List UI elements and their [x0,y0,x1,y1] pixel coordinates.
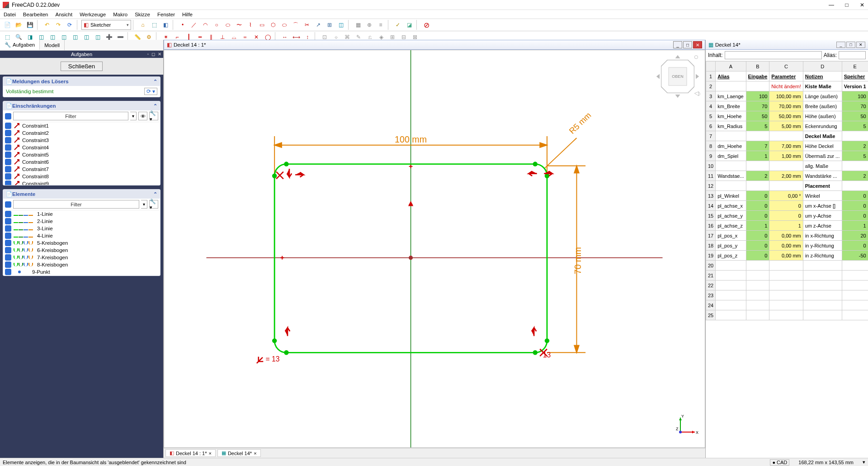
checkbox[interactable] [5,137,11,143]
win-close-icon[interactable]: ✕ [856,42,865,48]
sketch-point-icon[interactable]: • [177,19,188,30]
constraint-item[interactable]: Constraint9 [3,180,160,185]
panel-undock-icon[interactable]: ▫ [147,52,149,57]
win-minimize-icon[interactable]: _ [836,42,845,48]
menu-hilfe[interactable]: Hilfe [182,12,193,17]
close-button[interactable]: Schließen [61,62,103,71]
tool-icon[interactable]: ◧ [160,19,171,30]
constraint-item[interactable]: Constraint7 [3,166,160,173]
undo-icon[interactable]: ↶ [42,19,52,30]
constraints-header[interactable]: 📄 Einschränkungen [3,101,160,110]
settings-icon[interactable]: 🔧▾ [149,112,158,120]
tab-model[interactable]: Modell [40,40,65,50]
sketch-ellipse-icon[interactable]: ⬭ [222,19,233,30]
validate-icon[interactable]: ✓ [392,19,403,30]
constraint-item[interactable]: Constraint3 [3,137,160,144]
sketch-extgeo-icon[interactable]: ↗ [313,19,324,30]
win-maximize-icon[interactable]: □ [683,41,692,48]
sketch-construction-icon[interactable]: ◫ [335,19,346,30]
tool-icon[interactable]: ⬚ [149,19,160,30]
constraint-filter-input[interactable]: Filter [13,112,128,120]
new-file-icon[interactable]: 📄 [2,19,13,30]
window-maximize-icon[interactable]: □ [844,2,850,8]
element-item[interactable]: 6-Kreisbogen [3,247,160,254]
mdi-tab[interactable]: ▦Deckel 14* × [217,449,261,457]
elements-header[interactable]: 📄 Elemente [3,190,160,199]
order-icon[interactable]: ≡ [375,19,386,30]
element-item[interactable]: 5-Kreisbogen [3,239,160,247]
menu-ansicht[interactable]: Ansicht [55,12,72,17]
element-item[interactable]: 3-Linie [3,225,160,232]
redo-icon[interactable]: ↷ [53,19,64,30]
filter-enable-checkbox[interactable] [5,201,11,208]
checkbox[interactable] [5,166,11,172]
element-filter-input[interactable]: Filter [13,200,139,209]
spreadsheet-grid[interactable]: ABCDEV1AliasEingabeParameterNotizenSpeic… [706,61,868,458]
checkbox[interactable] [5,254,11,261]
checkbox[interactable] [5,262,11,268]
checkbox[interactable] [5,173,11,180]
visibility-icon[interactable]: 👁 [138,112,147,120]
element-item[interactable]: 8-Kreisbogen [3,261,160,268]
sketch-carbon-icon[interactable]: ⊞ [324,19,335,30]
stop-icon[interactable]: ⊘ [421,19,432,30]
content-input[interactable] [725,51,822,59]
solver-update-icon[interactable]: ⟳ ▾ [144,88,157,95]
sketch-polygon-icon[interactable]: ⬡ [268,19,278,30]
checkbox[interactable] [5,211,11,217]
constraint-item[interactable]: Constraint1 [3,122,160,129]
refresh-icon[interactable]: ⟳ [64,19,75,30]
win-close-icon[interactable]: ✕ [693,41,702,48]
navigation-cube[interactable]: OBEN [655,54,700,99]
checkbox[interactable] [5,218,11,224]
grid-icon[interactable]: ▦ [353,19,363,30]
checkbox[interactable] [5,152,11,158]
sketch-arc-icon[interactable]: ◠ [200,19,211,30]
alias-input[interactable] [839,51,866,59]
checkbox[interactable] [5,225,11,232]
checkbox[interactable] [5,233,11,239]
nav-style[interactable]: ● CAD [770,459,789,466]
sketch-fillet-icon[interactable]: ⌒ [290,19,301,30]
window-minimize-icon[interactable]: — [828,2,835,8]
menu-datei[interactable]: Datei [4,12,16,17]
mirror-icon[interactable]: ◪ [404,19,415,30]
3d-view-canvas[interactable]: 100 mm 70 mm R5 mm [164,50,705,448]
tab-close-icon[interactable]: × [208,451,211,456]
sketch-slot-icon[interactable]: ⬭ [279,19,290,30]
status-dropdown-icon[interactable]: ▾ [863,459,865,465]
checkbox[interactable] [5,247,11,253]
menu-bearbeiten[interactable]: Bearbeiten [23,12,48,17]
document-window-title[interactable]: ◧ Deckel 14 : 1* _ □ ✕ [164,40,705,50]
settings-icon[interactable]: 🔧▾ [149,200,158,209]
save-file-icon[interactable]: 💾 [24,19,35,30]
constraint-item[interactable]: Constraint4 [3,144,160,151]
constraint-item[interactable]: Constraint2 [3,129,160,137]
filter-enable-checkbox[interactable] [5,113,11,119]
checkbox[interactable] [5,123,11,129]
element-item[interactable]: 1-Linie [3,210,160,218]
menu-werkzeuge[interactable]: Werkzeuge [80,12,106,17]
sketch-line-icon[interactable]: ／ [189,19,199,30]
element-item[interactable]: 4-Linie [3,232,160,239]
checkbox[interactable] [5,181,11,185]
constraint-item[interactable]: Constraint6 [3,158,160,166]
menu-skizze[interactable]: Skizze [135,12,150,17]
menu-makro[interactable]: Makro [113,12,127,17]
menu-fenster[interactable]: Fenster [157,12,175,17]
tool-icon[interactable]: ⌂ [137,19,148,30]
checkbox[interactable] [5,159,11,165]
element-item[interactable]: 9-Punkt [3,268,160,276]
sketch-rect-icon[interactable]: ▭ [256,19,267,30]
tab-tasks[interactable]: 🔧 Aufgaben [0,40,40,50]
workbench-selector[interactable]: Sketcher [81,20,131,30]
snap-icon[interactable]: ⊕ [364,19,375,30]
filter-dropdown-icon[interactable]: ▾ [141,200,147,209]
panel-close-icon[interactable]: ✕ [158,52,161,57]
checkbox[interactable] [5,130,11,136]
checkbox[interactable] [5,269,11,275]
win-maximize-icon[interactable]: □ [846,42,855,48]
solver-messages-header[interactable]: 📄 Meldungen des Lösers [3,77,160,86]
filter-dropdown-icon[interactable]: ▾ [130,112,137,120]
constraint-item[interactable]: Constraint5 [3,151,160,158]
